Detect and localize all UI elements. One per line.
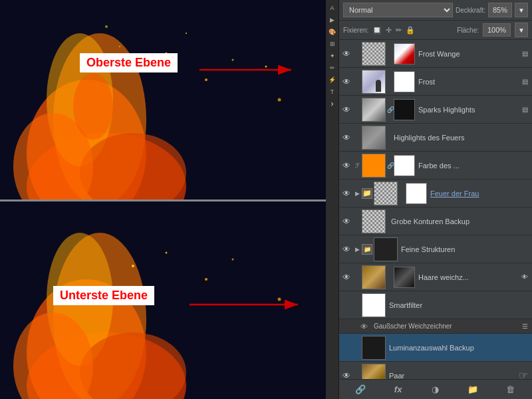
- mask-feuer: [406, 183, 427, 204]
- tool-play[interactable]: ▶: [327, 15, 338, 25]
- bottom-fire-svg: [0, 200, 326, 399]
- fix-icon-brush[interactable]: ✏: [396, 26, 402, 35]
- thumb-grobe: [362, 209, 386, 233]
- bottom-folder-icon[interactable]: 📁: [466, 382, 480, 397]
- layer-row-frost-wange[interactable]: 👁 Frost Wange ▤: [339, 40, 532, 68]
- layer-row-smartfilter[interactable]: Smartfilter: [339, 291, 532, 319]
- eye-sparks[interactable]: 👁: [340, 104, 352, 116]
- mask-haare: [394, 267, 415, 288]
- layer-row-highlights[interactable]: 👁 Highlights des Feuers: [339, 124, 532, 152]
- top-label-text: Oberste Ebene: [86, 56, 171, 69]
- opacity-label: Deckkraft:: [456, 7, 485, 14]
- eye-smartfilter[interactable]: [340, 299, 352, 311]
- sub-eye-gauss[interactable]: 👁: [358, 321, 370, 332]
- expand-sparks[interactable]: [354, 104, 360, 116]
- expand-paar[interactable]: [354, 370, 360, 380]
- folder-feuer: 📁: [362, 188, 372, 199]
- eye-haare[interactable]: 👁: [340, 271, 352, 283]
- thumb-paar: [362, 364, 386, 380]
- thumb-frost-wange: [362, 42, 386, 66]
- layer-row-haare[interactable]: 👁 Haare weichz... 👁: [339, 263, 532, 291]
- eye-feuer[interactable]: 👁: [340, 188, 352, 200]
- svg-point-25: [166, 252, 168, 254]
- expand-farbe[interactable]: ℱ: [354, 160, 360, 172]
- tool-type[interactable]: T: [327, 86, 338, 97]
- options-sparks[interactable]: ▤: [519, 104, 531, 116]
- opacity-input[interactable]: [488, 3, 512, 17]
- svg-point-28: [278, 298, 281, 301]
- thumb-feuer: [374, 182, 398, 205]
- blend-mode-select[interactable]: Normal: [343, 3, 453, 17]
- sub-name-gauss: Gaußscher Weichzeichner: [371, 323, 517, 330]
- mask-sparks: [394, 99, 415, 120]
- expand-luminanz[interactable]: [354, 342, 360, 354]
- name-luminanz: Luminanzauswahl Backup: [387, 344, 531, 352]
- name-farbe: Farbe des ...: [416, 162, 531, 170]
- sub-icon-gauss[interactable]: ☰: [519, 321, 531, 332]
- expand-grobe[interactable]: [354, 215, 360, 227]
- tool-arrow-right[interactable]: ›: [327, 98, 338, 109]
- fix-icon-lock[interactable]: 🔲: [372, 26, 382, 35]
- tool-star[interactable]: ✦: [327, 51, 338, 61]
- layer-row-luminanz[interactable]: Luminanzauswahl Backup: [339, 334, 532, 362]
- eye-paar[interactable]: 👁: [340, 370, 352, 380]
- tool-palette[interactable]: 🎨: [327, 27, 338, 37]
- fix-icon-chain[interactable]: 🔒: [406, 26, 415, 35]
- folder-feine: 📁: [362, 244, 372, 255]
- opacity-btn[interactable]: ▼: [515, 3, 528, 17]
- thumb-frost: [362, 70, 386, 94]
- layer-row-paar[interactable]: 👁 Paar ☞: [339, 362, 532, 379]
- options-frost[interactable]: ▤: [519, 76, 531, 88]
- bottom-label-box: Unterste Ebene: [53, 286, 154, 305]
- layer-row-grobe[interactable]: 👁 Grobe Konturen Backup: [339, 207, 532, 235]
- layer-subrow-gauss[interactable]: 👁 Gaußscher Weichzeichner ☰: [339, 319, 532, 334]
- flaeche-btn[interactable]: ▼: [515, 23, 528, 37]
- tool-brush[interactable]: ✏: [327, 63, 338, 73]
- name-feine: Feine Strukturen: [399, 245, 531, 253]
- eye-luminanz[interactable]: [340, 342, 352, 354]
- name-sparks: Sparks Highlights: [416, 106, 517, 114]
- bottom-trash-icon[interactable]: 🗑: [503, 382, 518, 397]
- layer-row-farbe[interactable]: 👁 ℱ 🔗 Farbe des ...: [339, 152, 532, 180]
- flaeche-input[interactable]: [483, 23, 511, 37]
- eye-feine[interactable]: 👁: [340, 243, 352, 255]
- fix-icon-move[interactable]: ✛: [386, 26, 392, 35]
- expand-highlights[interactable]: [354, 132, 360, 144]
- eye-farbe[interactable]: 👁: [340, 160, 352, 172]
- fixieren-label: Fixieren:: [343, 27, 368, 34]
- layer-row-feine[interactable]: 👁 ▶ 📁 Feine Strukturen: [339, 235, 532, 263]
- link-sparks: 🔗: [387, 106, 392, 113]
- tool-grid[interactable]: ⊞: [327, 39, 338, 49]
- tool-move[interactable]: A: [327, 3, 338, 13]
- link-farbe: 🔗: [387, 162, 392, 169]
- name-paar: Paar: [387, 372, 517, 380]
- layers-panel: Normal Deckkraft: ▼ Fixieren: 🔲 ✛ ✏ 🔒 Fl…: [339, 0, 532, 399]
- expand-frost[interactable]: [354, 76, 360, 88]
- expand-smartfilter[interactable]: [354, 299, 360, 311]
- layer-row-sparks[interactable]: 👁 🔗 Sparks Highlights ▤: [339, 96, 532, 124]
- eye-grobe[interactable]: 👁: [340, 215, 352, 227]
- svg-point-13: [105, 25, 108, 28]
- expand-frost-wange[interactable]: [354, 48, 360, 60]
- layer-row-feuer[interactable]: 👁 ▶ 📁 Feuer der Frau: [339, 180, 532, 207]
- thumb-sparks: [362, 98, 386, 122]
- layers-list[interactable]: 👁 Frost Wange ▤ 👁 Frost ▤: [339, 40, 532, 379]
- layer-row-frost[interactable]: 👁 Frost ▤: [339, 68, 532, 96]
- bottom-fx-icon[interactable]: fx: [391, 382, 406, 397]
- tool-wand[interactable]: ⚡: [327, 74, 338, 85]
- bottom-adjustment-icon[interactable]: ◑: [428, 382, 443, 397]
- eye2-haare[interactable]: 👁: [519, 271, 531, 283]
- eye-frost-wange[interactable]: 👁: [340, 48, 352, 60]
- thumb-highlights: [362, 126, 386, 150]
- expand-haare[interactable]: [354, 271, 360, 283]
- mask-frost: [394, 71, 415, 92]
- svg-point-14: [278, 98, 281, 102]
- eye-highlights[interactable]: 👁: [340, 132, 352, 144]
- expand-feuer[interactable]: ▶: [354, 188, 360, 200]
- options-frost-wange[interactable]: ▤: [519, 48, 531, 60]
- svg-point-16: [73, 73, 113, 140]
- expand-feine[interactable]: ▶: [354, 243, 360, 255]
- bottom-link-icon[interactable]: 🔗: [353, 382, 368, 397]
- eye-frost[interactable]: 👁: [340, 76, 352, 88]
- canvas-image: Oberste Ebene Unterste Ebene: [0, 0, 326, 399]
